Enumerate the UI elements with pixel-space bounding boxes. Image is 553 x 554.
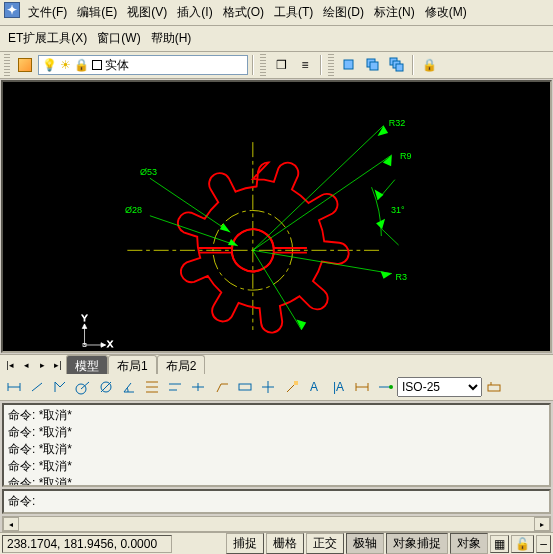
layers-stack-button[interactable]: ❒: [270, 54, 292, 76]
dim-angular-icon[interactable]: [118, 376, 140, 398]
dim-d28: Ø28: [125, 205, 142, 215]
svg-rect-59: [488, 385, 500, 391]
lock-button[interactable]: 🔒: [418, 54, 440, 76]
svg-marker-33: [82, 324, 87, 329]
svg-text:|A: |A: [333, 380, 344, 394]
horizontal-scrollbar[interactable]: ◂ ▸: [2, 516, 551, 532]
layer-manager-button[interactable]: [14, 54, 36, 76]
dim-manager-icon[interactable]: [483, 376, 505, 398]
menu-bar: ✦ 文件(F) 编辑(E) 视图(V) 插入(I) 格式(O) 工具(T) 绘图…: [0, 0, 553, 26]
menu-edit[interactable]: 编辑(E): [73, 2, 121, 23]
layer-name: 实体: [105, 57, 129, 74]
separator: [252, 55, 254, 75]
svg-rect-48: [239, 384, 251, 390]
dim-angle: 31°: [391, 205, 405, 215]
svg-marker-24: [296, 319, 306, 330]
layout-tabs: |◂ ◂ ▸ ▸| 模型 布局1 布局2: [0, 354, 553, 374]
svg-line-38: [32, 383, 42, 391]
coordinates-display: 238.1704, 181.9456, 0.0000: [2, 535, 172, 553]
lock-status-icon[interactable]: 🔓: [511, 535, 534, 553]
otrack-toggle[interactable]: 对象: [450, 533, 488, 554]
sun-icon: ☀: [60, 58, 71, 72]
svg-rect-51: [294, 381, 298, 385]
dimstyle-select[interactable]: ISO-25: [397, 377, 482, 397]
color-swatch: [92, 60, 102, 70]
model-space-icon[interactable]: ▦: [490, 535, 509, 553]
menu-dim[interactable]: 标注(N): [370, 2, 419, 23]
separator: [320, 55, 322, 75]
menu-format[interactable]: 格式(O): [219, 2, 268, 23]
command-line: 命令:: [2, 489, 551, 514]
menu-insert[interactable]: 插入(I): [173, 2, 216, 23]
command-input[interactable]: [35, 494, 545, 509]
dim-continue-icon[interactable]: [187, 376, 209, 398]
svg-text:A: A: [310, 380, 318, 394]
history-line: 命令: *取消*: [8, 441, 545, 458]
lock-icon: 🔒: [74, 58, 89, 72]
layer-selector[interactable]: 💡 ☀ 🔒 实体: [38, 55, 248, 75]
grid-toggle[interactable]: 栅格: [266, 533, 304, 554]
snap-toggle[interactable]: 捕捉: [226, 533, 264, 554]
svg-marker-22: [378, 126, 389, 137]
copy-button[interactable]: [338, 54, 360, 76]
tab-nav-next[interactable]: ▸: [34, 357, 50, 373]
dim-linear-icon[interactable]: [3, 376, 25, 398]
svg-rect-2: [370, 62, 378, 70]
menu-help[interactable]: 帮助(H): [147, 28, 196, 49]
svg-line-14: [253, 126, 384, 251]
separator: [412, 55, 414, 75]
dim-tedit-icon[interactable]: A: [304, 376, 326, 398]
toolbar-grip[interactable]: [260, 54, 266, 76]
svg-marker-29: [228, 239, 238, 246]
layer-toolbar: 💡 ☀ 🔒 实体 ❒ ≡ 🔒: [0, 52, 553, 79]
dim-radius-icon[interactable]: [72, 376, 94, 398]
leader-icon[interactable]: [211, 376, 233, 398]
dim-quick-icon[interactable]: [141, 376, 163, 398]
history-line: 命令: *取消*: [8, 424, 545, 441]
toolbar-grip[interactable]: [328, 54, 334, 76]
menu-et[interactable]: ET扩展工具(X): [4, 28, 91, 49]
dim-style-icon[interactable]: [351, 376, 373, 398]
menu-file[interactable]: 文件(F): [24, 2, 71, 23]
minus-icon[interactable]: –: [536, 535, 551, 553]
scroll-left-button[interactable]: ◂: [3, 517, 19, 531]
drawing-viewport[interactable]: R32 R9 31° R3 Ø53 Ø28 X Y: [1, 80, 552, 353]
menu-view[interactable]: 视图(V): [123, 2, 171, 23]
menu-tools[interactable]: 工具(T): [270, 2, 317, 23]
copy3-button[interactable]: [386, 54, 408, 76]
dim-diameter-icon[interactable]: [95, 376, 117, 398]
svg-rect-5: [396, 64, 403, 71]
layer-prev-button[interactable]: ≡: [294, 54, 316, 76]
ucs-y: Y: [82, 313, 88, 323]
center-mark-icon[interactable]: [257, 376, 279, 398]
svg-marker-25: [381, 271, 392, 279]
svg-marker-28: [220, 223, 231, 232]
dim-d53: Ø53: [140, 167, 157, 177]
dim-edit-icon[interactable]: [281, 376, 303, 398]
dim-update-icon[interactable]: |A: [328, 376, 350, 398]
ortho-toggle[interactable]: 正交: [306, 533, 344, 554]
menu-window[interactable]: 窗口(W): [93, 28, 144, 49]
tab-nav-first[interactable]: |◂: [2, 357, 18, 373]
dimension-toolbar: A |A ISO-25: [0, 374, 553, 401]
osnap-toggle[interactable]: 对象捕捉: [386, 533, 448, 554]
copy2-button[interactable]: [362, 54, 384, 76]
ucs-x: X: [107, 339, 113, 349]
svg-point-58: [389, 385, 393, 389]
dim-r3: R3: [396, 272, 408, 282]
scroll-right-button[interactable]: ▸: [534, 517, 550, 531]
tolerance-icon[interactable]: [234, 376, 256, 398]
dim-ordinate-icon[interactable]: [49, 376, 71, 398]
menu-draw[interactable]: 绘图(D): [319, 2, 368, 23]
command-history[interactable]: 命令: *取消* 命令: *取消* 命令: *取消* 命令: *取消* 命令: …: [2, 403, 551, 487]
tab-nav-prev[interactable]: ◂: [18, 357, 34, 373]
svg-line-21: [150, 216, 238, 246]
polar-toggle[interactable]: 极轴: [346, 533, 384, 554]
dim-baseline-icon[interactable]: [164, 376, 186, 398]
tab-nav-last[interactable]: ▸|: [50, 357, 66, 373]
dim-aligned-icon[interactable]: [26, 376, 48, 398]
dim-override-icon[interactable]: [374, 376, 396, 398]
menu-modify[interactable]: 修改(M): [421, 2, 471, 23]
lightbulb-icon: 💡: [42, 58, 57, 72]
toolbar-grip[interactable]: [4, 54, 10, 76]
